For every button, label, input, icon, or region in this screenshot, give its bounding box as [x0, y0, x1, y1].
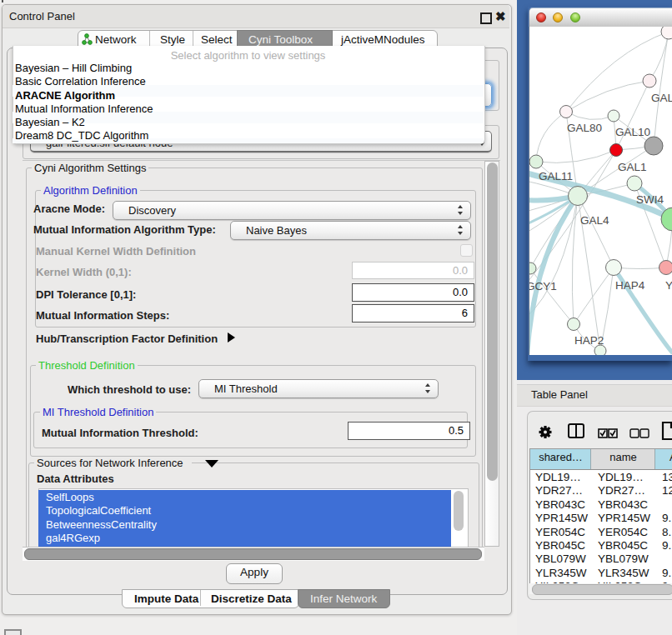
svg-text:GAL7: GAL7 [651, 92, 672, 104]
svg-text:GCY1: GCY1 [529, 280, 557, 292]
svg-text:GAL80: GAL80 [567, 122, 602, 134]
svg-text:Y: Y [665, 279, 672, 292]
svg-text:GAL10: GAL10 [615, 126, 650, 138]
svg-text:HAP2: HAP2 [574, 334, 604, 347]
svg-text:GAL11: GAL11 [539, 170, 573, 182]
svg-text:GAL4: GAL4 [580, 214, 609, 227]
svg-text:GAL1: GAL1 [618, 161, 647, 173]
svg-text:HAP4: HAP4 [615, 279, 645, 292]
svg-text:SWI4: SWI4 [636, 193, 664, 206]
